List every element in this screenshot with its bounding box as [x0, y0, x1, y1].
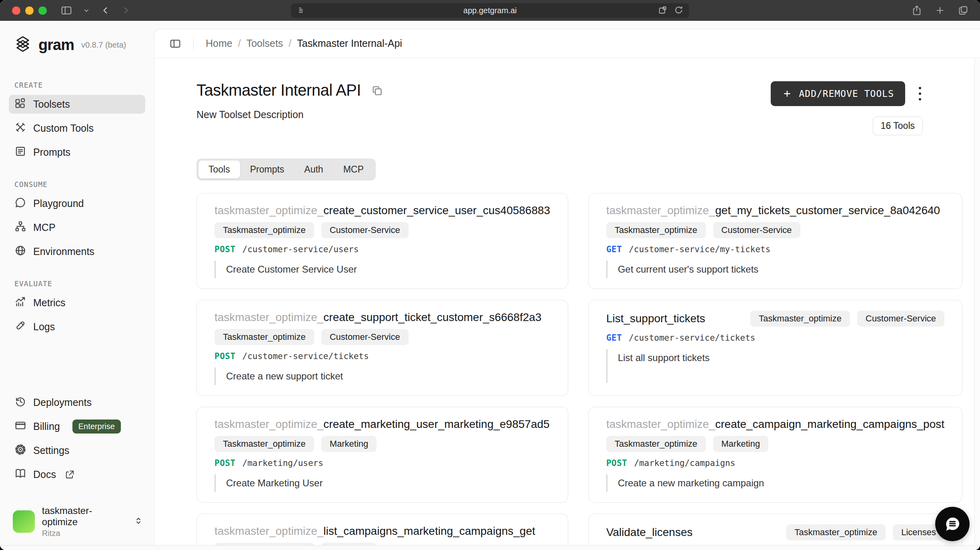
- zoom-window-button[interactable]: [38, 6, 47, 15]
- add-remove-tools-button[interactable]: ADD/REMOVE TOOLS: [771, 81, 905, 106]
- http-method: POST: [214, 245, 236, 254]
- tool-card[interactable]: List_support_ticketsTaskmaster_optimizeC…: [588, 300, 962, 396]
- scrollbar[interactable]: [974, 58, 980, 545]
- page-title: Taskmaster Internal API: [196, 81, 361, 99]
- mcp-network-icon: [14, 221, 26, 235]
- breadcrumb-item-home[interactable]: Home: [206, 38, 232, 49]
- tab-tools[interactable]: Tools: [198, 161, 240, 179]
- custom-tools-icon: [14, 121, 26, 136]
- tool-card[interactable]: taskmaster_optimize_create_marketing_use…: [196, 407, 568, 503]
- http-method: POST: [214, 458, 236, 468]
- settings-gear-icon: [14, 444, 26, 458]
- tool-card[interactable]: taskmaster_optimize_get_my_tickets_custo…: [588, 193, 962, 289]
- toolbar-sidebar-toggle-icon[interactable]: [60, 4, 72, 16]
- gram-wordmark: gram: [38, 36, 74, 54]
- sidebar-item-label: Environments: [33, 246, 94, 257]
- account-switcher[interactable]: taskmaster-optimize Ritza: [13, 505, 144, 538]
- breadcrumb-item-taskmaster-internal-api: Taskmaster Internal-Api: [297, 38, 402, 49]
- chevron-down-icon[interactable]: [82, 6, 91, 15]
- browser-titlebar: app.getgram.ai: [0, 0, 980, 21]
- tag-badge: Taskmaster_optimize: [214, 222, 314, 238]
- breadcrumb-item-toolsets[interactable]: Toolsets: [247, 38, 283, 49]
- copy-icon[interactable]: [371, 84, 383, 97]
- tab-mcp[interactable]: MCP: [333, 161, 374, 179]
- sidebar-item-toolsets[interactable]: Toolsets: [9, 95, 145, 114]
- breadcrumb-bar: Home/Toolsets/Taskmaster Internal-Api: [154, 29, 980, 58]
- tag-badge: Taskmaster_optimize: [214, 329, 314, 345]
- sidebar-item-custom-tools[interactable]: Custom Tools: [9, 119, 145, 138]
- toolsets-grid-icon: [14, 97, 26, 112]
- page-title-block: Taskmaster Internal API New Toolset Desc…: [196, 81, 383, 120]
- sidebar-item-playground[interactable]: Playground: [9, 194, 145, 213]
- tool-card[interactable]: taskmaster_optimize_create_support_ticke…: [196, 300, 568, 396]
- sidebar-item-label: Logs: [33, 321, 55, 333]
- sidebar-item-prompts[interactable]: Prompts: [9, 143, 145, 162]
- tool-description: List all support tickets: [606, 349, 944, 383]
- tag-badge: Customer-Service: [321, 329, 409, 345]
- gram-logo-icon: [14, 35, 32, 55]
- endpoint-path: /customer-service/tickets: [629, 333, 755, 343]
- endpoint-row: GET/customer-service/tickets: [606, 333, 944, 343]
- sidebar-item-label: Playground: [33, 198, 84, 209]
- back-button-icon[interactable]: [100, 5, 111, 16]
- sidebar-item-deployments[interactable]: Deployments: [9, 393, 145, 412]
- sidebar-item-metrics[interactable]: Metrics: [9, 293, 145, 312]
- sidebar-item-billing[interactable]: BillingEnterprise: [9, 417, 145, 436]
- sidebar-item-label: Billing: [33, 421, 60, 432]
- endpoint-path: /customer-service/tickets: [242, 351, 369, 361]
- sidebar-item-settings[interactable]: Settings: [9, 441, 145, 460]
- tab-overview-icon[interactable]: [958, 5, 969, 16]
- tool-badges: Taskmaster_optimizeMarketing: [214, 436, 550, 452]
- breadcrumb: Home/Toolsets/Taskmaster Internal-Api: [206, 38, 402, 49]
- share-icon[interactable]: [911, 5, 922, 16]
- sidebar-item-environments[interactable]: Environments: [9, 242, 145, 261]
- forward-button-icon[interactable]: [120, 5, 131, 16]
- tool-description: Create Customer Service User: [214, 261, 550, 278]
- app-version: v0.8.7 (beta): [81, 40, 126, 50]
- tool-card[interactable]: taskmaster_optimize_list_campaigns_marke…: [196, 514, 568, 545]
- new-tab-icon[interactable]: [934, 5, 946, 16]
- browser-window: app.getgram.ai: [0, 0, 980, 550]
- enterprise-badge: Enterprise: [72, 420, 121, 434]
- tab-auth[interactable]: Auth: [294, 161, 333, 179]
- logs-icon: [14, 320, 26, 334]
- close-window-button[interactable]: [12, 6, 20, 15]
- external-link-icon: [64, 470, 75, 480]
- address-bar[interactable]: app.getgram.ai: [291, 3, 689, 18]
- sidebar-item-logs[interactable]: Logs: [9, 317, 145, 336]
- tool-description: Create a new marketing campaign: [606, 474, 944, 492]
- more-options-kebab-icon[interactable]: [912, 81, 928, 106]
- sidebar-item-label: Prompts: [33, 147, 70, 158]
- tool-card[interactable]: Validate_licensesTaskmaster_optimizeLice…: [588, 514, 962, 545]
- breadcrumb-separator: /: [238, 38, 241, 49]
- section-label-create: CREATE: [14, 81, 145, 89]
- sidebar-item-mcp[interactable]: MCP: [9, 218, 145, 237]
- endpoint-path: /customer-service/users: [242, 245, 359, 254]
- sidebar-item-docs[interactable]: Docs: [9, 465, 145, 484]
- panel-toggle-icon[interactable]: [169, 38, 181, 50]
- section-label-evaluate: EVALUATE: [14, 279, 145, 288]
- speech-bubble-icon: [943, 515, 962, 533]
- tag-badge: Customer-Service: [321, 222, 409, 238]
- toolset-description: New Toolset Description: [196, 109, 383, 120]
- tag-badge: Taskmaster_optimize: [606, 436, 706, 452]
- traffic-lights: [12, 6, 47, 15]
- billing-card-icon: [14, 420, 26, 434]
- tools-count-badge: 16 Tools: [873, 116, 923, 135]
- tool-card[interactable]: taskmaster_optimize_create_customer_serv…: [196, 193, 568, 289]
- user-name: Ritza: [42, 529, 126, 538]
- prompts-icon: [14, 145, 26, 160]
- chat-support-button[interactable]: [935, 507, 970, 541]
- app-root: gram v0.8.7 (beta) CREATEToolsetsCustom …: [0, 21, 980, 550]
- tab-prompts[interactable]: Prompts: [240, 161, 295, 179]
- http-method: GET: [606, 333, 622, 343]
- section-label-consume: CONSUME: [14, 180, 145, 189]
- environments-globe-icon: [14, 245, 26, 259]
- tool-card[interactable]: taskmaster_optimize_create_campaign_mark…: [588, 407, 962, 503]
- tool-name: List_support_tickets: [606, 312, 705, 325]
- minimize-window-button[interactable]: [25, 6, 34, 15]
- tool-badges: Taskmaster_optimizeCustomer-Service: [214, 222, 550, 238]
- http-method: GET: [606, 245, 622, 254]
- tool-name: taskmaster_optimize_create_customer_serv…: [214, 204, 550, 217]
- sidebar: gram v0.8.7 (beta) CREATEToolsetsCustom …: [0, 21, 154, 550]
